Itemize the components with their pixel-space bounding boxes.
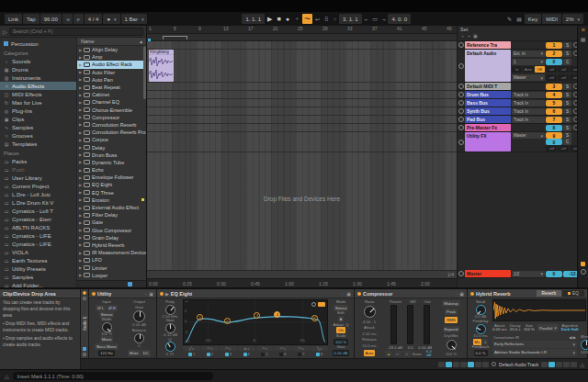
size-field[interactable]: 100 %	[524, 328, 535, 331]
ab-switch[interactable]	[318, 302, 325, 307]
track-meter[interactable]: 8	[546, 125, 562, 131]
track-name[interactable]: Bass Bus	[465, 99, 511, 107]
punch-in-button[interactable]: ⌐	[363, 14, 370, 24]
solo-button[interactable]: S	[563, 108, 571, 115]
solo-button[interactable]: S	[563, 92, 571, 98]
send-value[interactable]: -inf	[558, 74, 569, 81]
macro-view-icon[interactable]	[83, 297, 86, 300]
expand-arrow-icon[interactable]: ▶	[79, 130, 82, 135]
track-fold-icon[interactable]	[458, 107, 465, 115]
expand-arrow-icon[interactable]: ▶	[79, 235, 82, 240]
nudge-down-button[interactable]: ◃	[62, 14, 73, 24]
eq-node-2[interactable]: 2	[224, 318, 231, 324]
dc-filter-button[interactable]: DC	[141, 350, 151, 356]
device-list-item[interactable]: ▶ External Audio Effect	[77, 204, 146, 211]
device-list-item[interactable]: ▶ Delay	[77, 143, 146, 151]
solo-button[interactable]: S	[563, 125, 571, 131]
capture-midi-button[interactable]: ⠿	[322, 14, 330, 24]
sidebar-category-item[interactable]: ◫ MIDI Effects	[0, 90, 76, 98]
track-header-drum-bus[interactable]: Drum Bus Track In 4 S	[458, 91, 577, 99]
expand-arrow-icon[interactable]: ▶	[79, 145, 82, 150]
lane-pre-master-fx[interactable]	[147, 124, 457, 132]
expand-arrow-icon[interactable]: ▶	[79, 70, 82, 74]
fold-icon[interactable]: ▶	[165, 291, 169, 297]
device-list-item[interactable]: ▶ Gate	[77, 219, 146, 226]
master-output-chooser[interactable]: 1/2	[512, 271, 545, 277]
sidebar-place-item[interactable]: ▭ ABLTN RACKS	[0, 223, 76, 231]
output-gain-field[interactable]: 0.00 dB	[333, 350, 350, 356]
device-list-item[interactable]: ▶ Drum Buss	[77, 152, 146, 159]
menu-icon[interactable]: ≡	[581, 28, 584, 33]
algorithm-chooser[interactable]: Dark Hall	[561, 328, 579, 331]
device-list-item[interactable]: ▶ Auto Filter	[77, 69, 146, 76]
prev-next-icons[interactable]: ◀ ▶	[569, 335, 576, 340]
sidebar-category-item[interactable]: ↻ Max for Live	[0, 98, 76, 107]
lane-utility-fx[interactable]	[147, 132, 457, 152]
device-list-item[interactable]: ▶ Dynamic Tube	[77, 159, 146, 166]
device-list-item[interactable]: ▶ Echo	[77, 166, 146, 174]
track-header-utility-fx[interactable]: Utility FX Master 9 S 0 C -inf	[458, 132, 577, 152]
transfer-curve-icon[interactable]: ⌐	[394, 351, 401, 356]
eq-eight-title-bar[interactable]: ▶ EQ Eight ◌ ▣	[157, 289, 354, 298]
sidebar-place-item[interactable]: ▭ Cymatics - Lofi T	[0, 207, 76, 215]
band-activator[interactable]: 8	[311, 352, 328, 356]
expand-arrow-icon[interactable]: ▶	[79, 77, 82, 82]
send-value[interactable]: -inf	[546, 66, 557, 73]
track-name[interactable]: Synth Bus	[465, 107, 511, 115]
knee-field[interactable]: 6.0 dB	[424, 350, 435, 358]
filter-type-chooser[interactable]: ◠	[220, 346, 237, 351]
ir-file-chooser[interactable]: Ableton Studio Backwards LR	[492, 349, 577, 356]
band-checkbox[interactable]	[279, 353, 283, 356]
device-on-led[interactable]	[470, 292, 474, 296]
device-list-item[interactable]: ▶ Hybrid Reverb	[77, 242, 146, 249]
stop-button[interactable]: ■	[276, 14, 283, 24]
track-header-master[interactable]: Master 1/2 0 -12.0	[458, 270, 577, 278]
expand-button[interactable]: Expand	[443, 326, 460, 332]
band-checkbox[interactable]	[298, 353, 301, 356]
input-routing-chooser[interactable]: Track In	[512, 117, 545, 123]
devices-view-icon[interactable]	[83, 353, 86, 356]
device-on-led[interactable]	[357, 292, 361, 296]
lane-bass-bus[interactable]	[147, 99, 457, 107]
pan-control[interactable]: 0	[546, 59, 562, 65]
status-warning-icon[interactable]: △	[5, 373, 9, 379]
blend-knob[interactable]	[581, 340, 588, 350]
follow-toggle-icon[interactable]	[581, 269, 586, 275]
expand-arrow-icon[interactable]: ▶	[79, 206, 82, 210]
track-name[interactable]: Master	[465, 270, 511, 277]
track-lanes[interactable]: Klingklang Drop Files and Devices Here	[147, 41, 457, 270]
device-list-item[interactable]: ▶ EQ Eight	[77, 181, 146, 188]
track-name[interactable]: Reference Tra	[465, 41, 511, 49]
filter-type-chooser[interactable]: ◠	[274, 346, 291, 351]
quantization-menu[interactable]: 1 Bar	[121, 14, 148, 24]
sidebar-place-item[interactable]: ▭ Utility Presets	[0, 264, 76, 273]
pan-control[interactable]: 0	[546, 271, 562, 277]
track-name[interactable]: Drum Bus	[465, 91, 511, 98]
filter-type-chooser[interactable]: ◠	[292, 346, 310, 351]
band-activator[interactable]: 2	[201, 352, 219, 356]
band-checkbox[interactable]	[316, 353, 320, 356]
sidebar-place-item[interactable]: ▭ Samples	[0, 273, 76, 281]
output-routing-chooser[interactable]: Master	[512, 132, 545, 139]
sidebar-place-item[interactable]: ▭ VIOLA	[0, 248, 76, 256]
master-lane[interactable]: 1/4	[147, 270, 457, 278]
gain-knob[interactable]	[133, 310, 145, 322]
track-name[interactable]: Utility FX	[465, 132, 511, 152]
filter-type-chooser[interactable]: ◠	[256, 346, 274, 351]
pan-control[interactable]: 0	[546, 139, 562, 145]
expand-arrow-icon[interactable]: ▶	[79, 242, 82, 247]
expand-arrow-icon[interactable]: ▶	[79, 228, 82, 232]
eq-curve-display[interactable]: 12 6 0 -6 -12 100 1k 10k 1 2 3	[183, 299, 328, 345]
sidebar-place-item[interactable]: ▭ L.Dre - Lofi Juic	[0, 190, 76, 198]
cpu-meter[interactable]: 2%	[562, 14, 583, 24]
chain-mini-devices[interactable]	[438, 362, 489, 367]
send-value[interactable]: -inf	[546, 74, 557, 81]
track-meter[interactable]: 5	[546, 100, 562, 107]
solo-button[interactable]: S	[563, 51, 571, 57]
track-fold-icon[interactable]	[458, 41, 465, 49]
attack-field[interactable]: 0.00 ms	[492, 328, 507, 331]
lane-synth-bus[interactable]	[147, 107, 457, 116]
solo-button[interactable]: S	[563, 42, 571, 49]
device-list-item[interactable]: ▶ Auto Pan	[77, 76, 146, 84]
mono-button[interactable]: Mono	[100, 336, 114, 343]
